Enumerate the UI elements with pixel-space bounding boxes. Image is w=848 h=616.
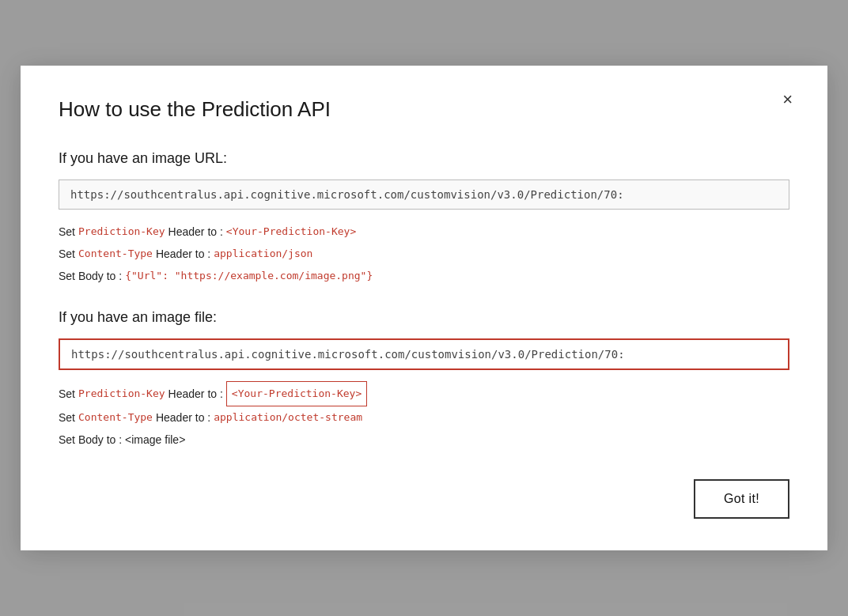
url-instr2-code2: application/json [214, 244, 312, 264]
url-instr2-prefix: Set [59, 243, 75, 265]
file-instr2-middle: Header to : [156, 406, 210, 429]
url-instr2-middle: Header to : [156, 243, 210, 265]
dialog-title: How to use the Prediction API [59, 97, 789, 122]
dialog-footer: Got it! [59, 479, 789, 519]
file-instr1-code2: <Your-Prediction-Key> [226, 381, 367, 406]
url-input-file[interactable]: https://southcentralus.api.cognitive.mic… [59, 338, 789, 370]
file-instr2-prefix: Set [59, 406, 75, 429]
url-instructions: Set Prediction-Key Header to : <Your-Pre… [59, 221, 789, 287]
url-instr3-prefix: Set Body to : [59, 265, 122, 287]
section-file-title: If you have an image file: [59, 309, 789, 326]
url-instr2-code1: Content-Type [78, 244, 153, 264]
file-instruction-3: Set Body to : <image file> [59, 429, 789, 451]
file-instr1-middle: Header to : [168, 383, 223, 405]
url-instr1-middle: Header to : [168, 221, 223, 243]
url-instr1-code2: <Your-Prediction-Key> [226, 221, 356, 242]
file-instruction-2: Set Content-Type Header to : application… [59, 406, 789, 429]
file-instr2-code1: Content-Type [78, 407, 153, 428]
file-instr3-prefix: Set Body to : <image file> [59, 429, 185, 451]
file-instructions: Set Prediction-Key Header to : <Your-Pre… [59, 381, 789, 451]
url-instr1-code1: Prediction-Key [78, 221, 165, 242]
got-it-button[interactable]: Got it! [694, 479, 789, 519]
file-instr1-prefix: Set [59, 383, 75, 405]
url-instruction-1: Set Prediction-Key Header to : <Your-Pre… [59, 221, 789, 243]
url-instruction-3: Set Body to : {"Url": "https://example.c… [59, 265, 789, 287]
file-instruction-1: Set Prediction-Key Header to : <Your-Pre… [59, 381, 789, 406]
section-url-title: If you have an image URL: [59, 150, 789, 167]
url-instr1-prefix: Set [59, 221, 75, 243]
url-input-url[interactable]: https://southcentralus.api.cognitive.mic… [59, 180, 789, 210]
file-instr2-code2: application/octet-stream [214, 407, 362, 428]
url-instruction-2: Set Content-Type Header to : application… [59, 243, 789, 265]
section-image-url: If you have an image URL: https://southc… [59, 150, 789, 287]
dialog: × How to use the Prediction API If you h… [21, 66, 827, 550]
close-button[interactable]: × [776, 88, 799, 111]
file-instr1-code1: Prediction-Key [78, 384, 165, 404]
url-instr3-code1: {"Url": "https://example.com/image.png"} [125, 266, 373, 286]
section-image-file: If you have an image file: https://south… [59, 309, 789, 451]
dialog-overlay: × How to use the Prediction API If you h… [0, 0, 848, 616]
